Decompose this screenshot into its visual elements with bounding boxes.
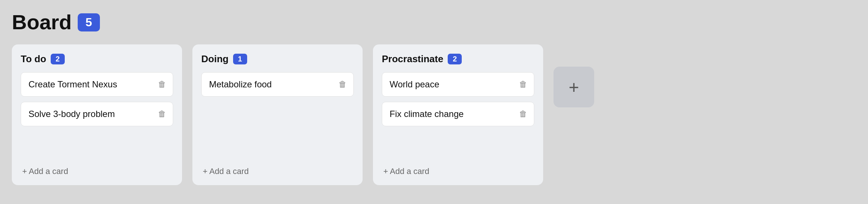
add-column-button[interactable]: +: [554, 67, 594, 107]
column-procrastinate: Procrastinate2World peace🗑Fix climate ch…: [373, 44, 543, 185]
card-text: Create Torment Nexus: [28, 79, 117, 90]
column-header-todo: To do2: [21, 53, 173, 65]
column-header-procrastinate: Procrastinate2: [382, 53, 534, 65]
delete-card-icon[interactable]: 🗑: [158, 109, 166, 119]
page-header: Board 5: [12, 12, 856, 33]
column-doing: Doing1Metabolize food🗑+ Add a card: [192, 44, 363, 185]
add-card-button-procrastinate[interactable]: + Add a card: [382, 163, 534, 178]
card-text: Solve 3-body problem: [28, 109, 115, 119]
list-item[interactable]: Fix climate change🗑: [382, 102, 534, 126]
list-item[interactable]: Create Torment Nexus🗑: [21, 72, 173, 97]
list-item[interactable]: World peace🗑: [382, 72, 534, 97]
board-badge: 5: [78, 13, 100, 31]
list-item[interactable]: Solve 3-body problem🗑: [21, 102, 173, 126]
column-header-doing: Doing1: [201, 53, 354, 65]
card-text: World peace: [390, 79, 439, 90]
column-title-todo: To do: [21, 53, 46, 65]
delete-card-icon[interactable]: 🗑: [158, 80, 166, 89]
add-card-button-todo[interactable]: + Add a card: [21, 163, 173, 178]
add-card-button-doing[interactable]: + Add a card: [201, 163, 354, 178]
column-badge-todo: 2: [51, 54, 65, 64]
column-todo: To do2Create Torment Nexus🗑Solve 3-body …: [12, 44, 182, 185]
column-badge-procrastinate: 2: [448, 54, 462, 64]
card-text: Metabolize food: [209, 79, 272, 90]
list-item[interactable]: Metabolize food🗑: [201, 72, 354, 97]
board-container: To do2Create Torment Nexus🗑Solve 3-body …: [12, 44, 856, 185]
delete-card-icon[interactable]: 🗑: [519, 80, 527, 89]
delete-card-icon[interactable]: 🗑: [339, 80, 347, 89]
page-title: Board: [12, 12, 72, 33]
column-badge-doing: 1: [233, 54, 247, 64]
column-title-procrastinate: Procrastinate: [382, 53, 443, 65]
card-text: Fix climate change: [390, 109, 464, 119]
delete-card-icon[interactable]: 🗑: [519, 109, 527, 119]
column-title-doing: Doing: [201, 53, 229, 65]
